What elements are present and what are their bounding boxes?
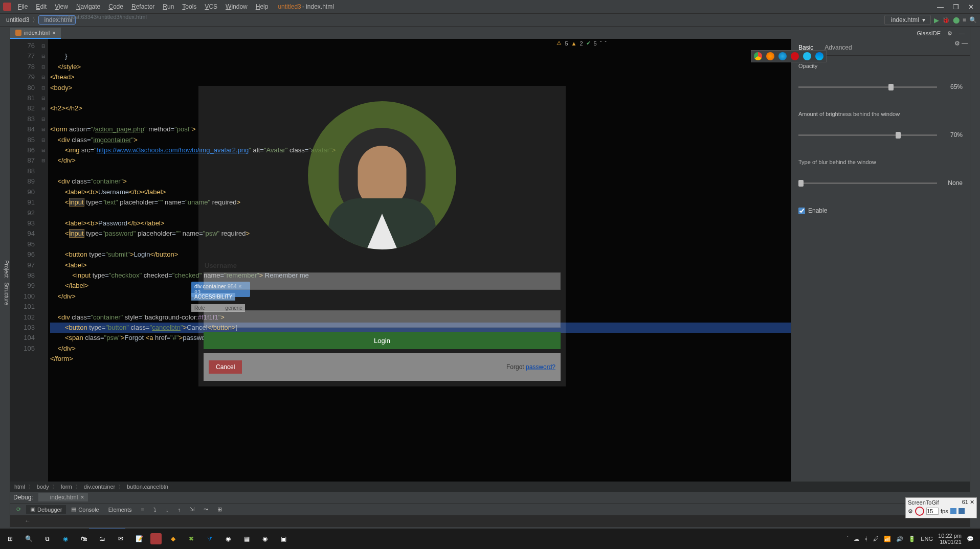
- gear-icon[interactable]: ⚙ —: [954, 40, 968, 47]
- menu-edit[interactable]: Edit: [32, 2, 50, 12]
- language-indicator[interactable]: ENG: [921, 536, 933, 542]
- volume-icon[interactable]: 🔊: [896, 536, 903, 542]
- right-tool-strip[interactable]: [970, 27, 980, 534]
- search-everywhere-button[interactable]: 🔍: [969, 16, 977, 24]
- clock[interactable]: 10:22 pm10/01/21: [938, 533, 962, 545]
- ie-icon[interactable]: [803, 52, 811, 60]
- record-icon[interactable]: [915, 507, 924, 516]
- menu-help[interactable]: Help: [252, 2, 272, 12]
- firefox-icon[interactable]: [766, 52, 774, 60]
- step-into-icon[interactable]: ↓: [162, 506, 173, 514]
- opacity-slider[interactable]: [798, 86, 937, 88]
- debug-button[interactable]: 🐞: [942, 16, 950, 24]
- debug-session-chip[interactable]: index.html×: [38, 493, 88, 501]
- safari-icon[interactable]: [778, 52, 787, 60]
- blur-slider[interactable]: [798, 182, 937, 184]
- taskview-icon[interactable]: ⧉: [40, 532, 54, 546]
- menu-file[interactable]: File: [14, 2, 31, 12]
- code-area[interactable]: } </style> </head> <body> <h2></h2> <for…: [48, 39, 791, 482]
- code-editor[interactable]: ⚠5 ▲2 ✔5 ˆˇ 7677787980818283848586878889…: [10, 39, 791, 482]
- notifications-icon[interactable]: 💬: [967, 536, 974, 542]
- chrome-icon[interactable]: ◉: [221, 532, 235, 546]
- pen-icon[interactable]: 🖊: [873, 536, 879, 542]
- vscode-icon[interactable]: ⧩: [203, 532, 217, 546]
- tab-index-html[interactable]: index.html×: [10, 28, 61, 39]
- step-force-icon[interactable]: ⇲: [186, 505, 198, 514]
- chevron-up-icon[interactable]: ˆ: [847, 536, 849, 542]
- debug-rerun[interactable]: ⟳: [12, 505, 25, 514]
- app-icon[interactable]: ✖: [184, 532, 198, 546]
- window-close[interactable]: ✕: [968, 3, 974, 11]
- edge-icon[interactable]: [815, 52, 823, 60]
- gutter[interactable]: 7677787980818283848586878889909192939495…: [10, 39, 39, 482]
- inspector-a11y-label: ACCESSIBILITY: [191, 293, 235, 301]
- brightness-slider[interactable]: [798, 134, 937, 136]
- menu-navigate[interactable]: Navigate: [73, 2, 104, 12]
- debug-tab-elements[interactable]: Elements: [104, 506, 136, 514]
- store-icon[interactable]: 🛍: [77, 532, 91, 546]
- debug-tab-debugger[interactable]: ▣ Debugger: [26, 505, 66, 514]
- inspections-widget[interactable]: ⚠5 ▲2 ✔5 ˆˇ: [556, 40, 607, 47]
- enable-checkbox[interactable]: Enable: [798, 207, 963, 214]
- chrome-icon[interactable]: ◉: [258, 532, 272, 546]
- stop-button[interactable]: ■: [963, 16, 966, 24]
- gear-icon[interactable]: ⚙: [947, 30, 952, 37]
- fold-column[interactable]: ⊟⊟⊟⊟⊟⊟⊟⊟⊟⊟⊟⊟: [39, 39, 48, 482]
- battery-icon[interactable]: 🔋: [908, 536, 916, 542]
- browser-picker[interactable]: [751, 50, 827, 62]
- hide-icon[interactable]: —: [959, 30, 965, 36]
- window-maximize[interactable]: ❐: [953, 3, 959, 11]
- wifi-icon[interactable]: 📶: [884, 536, 891, 542]
- system-tray[interactable]: ˆ ☁ ᚼ 🖊 📶 🔊 🔋 ENG 10:22 pm10/01/21 💬: [847, 533, 977, 545]
- menu-vcs[interactable]: VCS: [201, 2, 221, 12]
- run-config-select[interactable]: index.html▾: [884, 15, 931, 25]
- close-icon[interactable]: ×: [80, 494, 84, 501]
- evaluate-icon[interactable]: ⊞: [213, 505, 226, 514]
- bluetooth-icon[interactable]: ᚼ: [864, 536, 868, 542]
- stg-fps-input[interactable]: [926, 508, 939, 515]
- stop-icon[interactable]: [959, 508, 965, 514]
- app-icon[interactable]: ◆: [166, 532, 180, 546]
- debug-header: Debug: index.html× ⚙ —: [10, 492, 970, 503]
- menu-run[interactable]: Run: [159, 2, 177, 12]
- mail-icon[interactable]: ✉: [114, 532, 128, 546]
- menu-refactor[interactable]: Refactor: [128, 2, 158, 12]
- opera-icon[interactable]: [791, 52, 799, 60]
- code-breadcrumb[interactable]: html〉 body〉 form〉 div.container〉 button.…: [10, 482, 970, 492]
- app-icon: [3, 3, 11, 11]
- close-icon[interactable]: ×: [52, 30, 55, 36]
- run-coverage-button[interactable]: ⬤: [953, 16, 960, 24]
- sp-tab-advanced[interactable]: Advanced: [823, 42, 853, 55]
- window-minimize[interactable]: —: [937, 3, 944, 11]
- window-title-a: untitled3: [278, 3, 301, 10]
- run-button[interactable]: ▶: [934, 16, 939, 24]
- menu-code[interactable]: Code: [105, 2, 127, 12]
- tab-glasside[interactable]: GlassIDE ⚙ —: [912, 28, 970, 39]
- pause-icon[interactable]: [950, 508, 956, 514]
- explorer-icon[interactable]: 🗂: [95, 532, 109, 546]
- gear-icon[interactable]: ⚙: [908, 508, 913, 515]
- edge-icon[interactable]: ◉: [58, 532, 73, 546]
- screentogif-icon[interactable]: ▦: [239, 532, 254, 546]
- cmd-icon[interactable]: ▣: [276, 532, 291, 546]
- close-icon[interactable]: ✕: [970, 499, 974, 505]
- chrome-icon[interactable]: [754, 52, 762, 60]
- notes-icon[interactable]: 📝: [132, 532, 146, 546]
- menu-window[interactable]: Window: [222, 2, 251, 12]
- onedrive-icon[interactable]: ☁: [854, 536, 859, 542]
- step-over-icon[interactable]: ⤵: [149, 506, 161, 514]
- menu-view[interactable]: View: [51, 2, 72, 12]
- step-icon[interactable]: ≡: [137, 506, 148, 514]
- start-button[interactable]: ⊞: [3, 532, 17, 546]
- step-out-icon[interactable]: ↑: [173, 506, 185, 514]
- intellij-icon[interactable]: [150, 533, 162, 544]
- opacity-value: 65%: [942, 83, 963, 90]
- debug-tab-console[interactable]: ▤ Console: [67, 505, 103, 514]
- menu-tools[interactable]: Tools: [179, 2, 200, 12]
- search-icon[interactable]: 🔍: [21, 532, 36, 546]
- project-tool-strip[interactable]: Project Structure: [0, 27, 10, 534]
- debug-body[interactable]: ←: [10, 515, 970, 527]
- crumb-project[interactable]: untitled3: [3, 15, 32, 25]
- screentogif-widget[interactable]: ScreenToGif61 ✕ ⚙ fps: [905, 497, 977, 518]
- run-to-cursor-icon[interactable]: ⤳: [199, 505, 212, 514]
